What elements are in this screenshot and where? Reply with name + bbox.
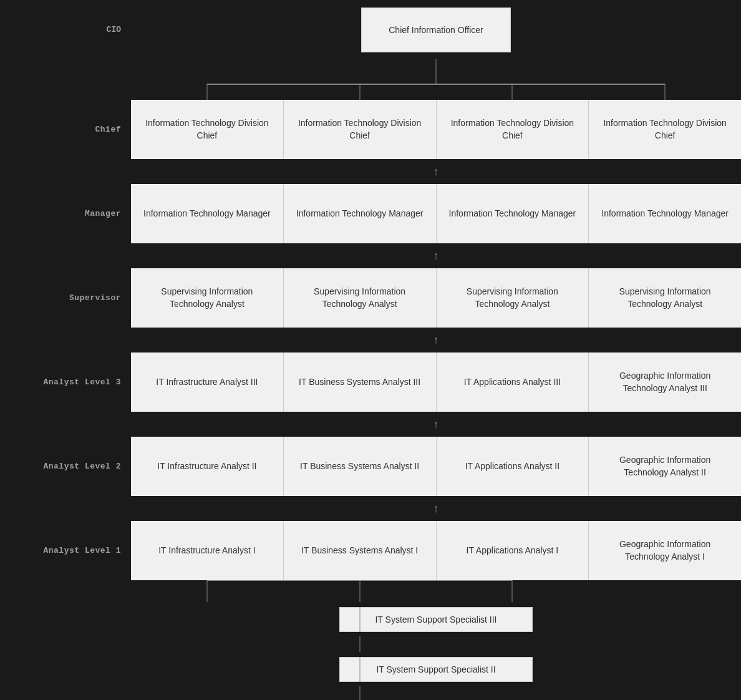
support-vert-2	[0, 686, 741, 700]
support-2-title: IT System Support Specialist II	[376, 664, 495, 674]
cio-center: Chief Information Officer	[131, 7, 741, 52]
analyst1-card-0: IT Infrastructure Analyst I	[131, 521, 284, 580]
manager-card-0: Information Technology Manager	[131, 184, 284, 243]
chief-card-0: Information Technology Division Chief	[131, 100, 284, 159]
cio-title: Chief Information Officer	[389, 25, 483, 35]
managers-row: Manager Information Technology Manager I…	[0, 184, 741, 243]
support-vert-1	[0, 636, 741, 652]
manager-card-1: Information Technology Manager	[284, 184, 437, 243]
analyst1-cards: IT Infrastructure Analyst I IT Business …	[131, 521, 741, 580]
analyst3-card-0: IT Infrastructure Analyst III	[131, 352, 284, 412]
cio-connector	[0, 59, 741, 84]
supervisor-card-2: Supervising Information Technology Analy…	[437, 268, 589, 328]
analyst3-card-3: Geographic Information Technology Analys…	[589, 352, 741, 412]
cio-box: Chief Information Officer	[361, 7, 511, 52]
analyst1-card-3: Geographic Information Technology Analys…	[589, 521, 741, 580]
manager-card-3: Information Technology Manager	[589, 184, 741, 243]
up-arrow-2: ↑	[131, 250, 741, 263]
chief-label: Chief	[0, 100, 131, 159]
support-box-3: IT System Support Specialist III	[339, 607, 533, 632]
chiefs-connector	[0, 84, 741, 100]
support-3-title: IT System Support Specialist III	[375, 615, 496, 625]
analyst3-row: Analyst Level 3 IT Infrastructure Analys…	[0, 352, 741, 412]
analyst1-row: Analyst Level 1 IT Infrastructure Analys…	[0, 521, 741, 580]
analyst2-cards: IT Infrastructure Analyst II IT Business…	[131, 437, 741, 496]
cio-label: CIO	[0, 25, 131, 34]
org-chart: CIO Chief Information Officer	[0, 0, 741, 700]
supervisor-card-1: Supervising Information Technology Analy…	[284, 268, 437, 328]
analyst2-card-0: IT Infrastructure Analyst II	[131, 437, 284, 496]
analyst2-row: Analyst Level 2 IT Infrastructure Analys…	[0, 437, 741, 496]
analyst2-label: Analyst Level 2	[0, 437, 131, 496]
arrow-supervisors-analyst3: ↑	[0, 328, 741, 352]
analyst2-card-1: IT Business Systems Analyst II	[284, 437, 437, 496]
manager-label: Manager	[0, 184, 131, 243]
managers-cards: Information Technology Manager Informati…	[131, 184, 741, 243]
support2-row: IT System Support Specialist II	[0, 652, 741, 686]
chief-card-1: Information Technology Division Chief	[284, 100, 437, 159]
supervisor-label: Supervisor	[0, 268, 131, 328]
up-arrow-3: ↑	[131, 334, 741, 347]
chiefs-row: Chief Information Technology Division Ch…	[0, 100, 741, 159]
arrow-managers-supervisors: ↑	[0, 243, 741, 268]
analyst2-card-2: IT Applications Analyst II	[437, 437, 589, 496]
analyst3-cards: IT Infrastructure Analyst III IT Busines…	[131, 352, 741, 412]
supervisor-card-0: Supervising Information Technology Analy…	[131, 268, 284, 328]
arrow-chiefs-managers: ↑	[0, 159, 741, 184]
supervisor-card-3: Supervising Information Technology Analy…	[589, 268, 741, 328]
support3-row: IT System Support Specialist III	[0, 602, 741, 636]
support-box-2: IT System Support Specialist II	[339, 657, 533, 682]
analyst3-label: Analyst Level 3	[0, 352, 131, 412]
analyst1-card-1: IT Business Systems Analyst I	[284, 521, 437, 580]
cio-row: CIO Chief Information Officer	[0, 0, 741, 59]
up-arrow-4: ↑	[131, 418, 741, 431]
chief-card-3: Information Technology Division Chief	[589, 100, 741, 159]
supervisors-row: Supervisor Supervising Information Techn…	[0, 268, 741, 328]
analyst3-card-2: IT Applications Analyst III	[437, 352, 589, 412]
supervisors-cards: Supervising Information Technology Analy…	[131, 268, 741, 328]
up-arrow-1: ↑	[131, 165, 741, 178]
analyst1-card-2: IT Applications Analyst I	[437, 521, 589, 580]
manager-card-2: Information Technology Manager	[437, 184, 589, 243]
chief-card-2: Information Technology Division Chief	[437, 100, 589, 159]
arrow-analyst3-analyst2: ↑	[0, 412, 741, 437]
arrow-analyst2-analyst1: ↑	[0, 496, 741, 521]
analyst2-card-3: Geographic Information Technology Analys…	[589, 437, 741, 496]
bottom-connector-h	[0, 580, 741, 602]
analyst3-card-1: IT Business Systems Analyst III	[284, 352, 437, 412]
analyst1-label: Analyst Level 1	[0, 521, 131, 580]
up-arrow-5: ↑	[131, 502, 741, 515]
chiefs-cards: Information Technology Division Chief In…	[131, 100, 741, 159]
